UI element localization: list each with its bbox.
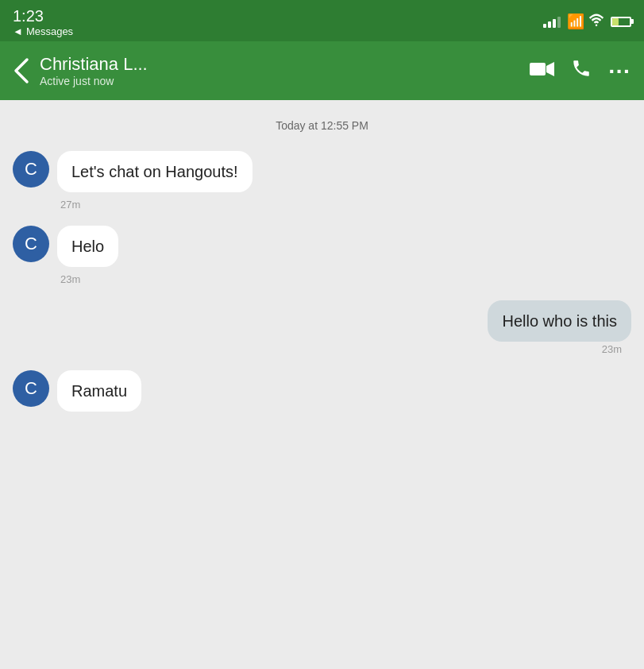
back-arrow-status: ◄ xyxy=(13,25,23,37)
svg-rect-1 xyxy=(530,63,546,75)
bubble-wrapper: Ramatu xyxy=(57,370,141,412)
back-button[interactable] xyxy=(13,56,30,85)
table-row: C Ramatu xyxy=(13,370,631,412)
contact-status: Active just now xyxy=(40,75,530,87)
message-bubble: Helo xyxy=(57,226,118,267)
message-text: Helo xyxy=(71,238,104,255)
contact-info: Christiana L... Active just now xyxy=(40,54,530,87)
bubble-wrapper: Helo xyxy=(57,226,118,267)
bubble-wrapper: Let's chat on Hangouts! xyxy=(57,151,253,192)
avatar: C xyxy=(13,226,49,262)
message-text: Ramatu xyxy=(71,382,127,400)
message-bubble: Ramatu xyxy=(57,370,141,412)
signal-bar-4 xyxy=(557,17,561,28)
message-time: 27m xyxy=(60,199,80,211)
nav-actions: ⋯ xyxy=(530,58,631,84)
signal-icon xyxy=(543,15,561,28)
status-messages-label: ◄ Messages xyxy=(13,25,73,37)
bubble-wrapper: Hello who is this xyxy=(488,300,631,342)
message-group-4: C Ramatu xyxy=(13,370,631,412)
svg-marker-2 xyxy=(546,62,554,76)
status-left: 1:23 ◄ Messages xyxy=(13,6,73,37)
message-text: Hello who is this xyxy=(502,312,617,330)
message-text: Let's chat on Hangouts! xyxy=(71,163,238,180)
nav-bar: Christiana L... Active just now ⋯ xyxy=(0,41,644,100)
chat-timestamp: Today at 12:55 PM xyxy=(13,119,631,132)
table-row: C Let's chat on Hangouts! xyxy=(13,151,631,192)
message-time: 23m xyxy=(60,273,80,285)
status-bar: 1:23 ◄ Messages 📶 xyxy=(0,0,644,41)
chat-area: Today at 12:55 PM C Let's chat on Hangou… xyxy=(0,100,644,669)
message-group-2: C Helo 23m xyxy=(13,226,631,286)
table-row: C Helo xyxy=(13,226,631,267)
signal-bar-1 xyxy=(543,24,546,28)
message-group-1: C Let's chat on Hangouts! 27m xyxy=(13,151,631,211)
message-bubble: Let's chat on Hangouts! xyxy=(57,151,253,192)
message-time: 23m xyxy=(602,343,622,355)
contact-name: Christiana L... xyxy=(40,54,530,75)
message-bubble: Hello who is this xyxy=(488,300,631,342)
battery-icon xyxy=(611,17,631,27)
signal-bar-3 xyxy=(553,19,556,28)
signal-bar-2 xyxy=(548,21,551,28)
messages-label: Messages xyxy=(26,25,73,37)
avatar: C xyxy=(13,370,49,407)
status-time: 1:23 xyxy=(13,6,73,25)
wifi-icon: 📶 xyxy=(567,13,604,30)
phone-call-icon[interactable] xyxy=(571,58,592,83)
video-call-icon[interactable] xyxy=(530,60,555,82)
more-options-icon[interactable]: ⋯ xyxy=(607,58,631,84)
message-group-3: Hello who is this 23m xyxy=(13,300,631,356)
avatar: C xyxy=(13,151,49,188)
status-icons: 📶 xyxy=(543,13,631,30)
battery-fill xyxy=(612,18,619,25)
table-row: Hello who is this xyxy=(488,300,631,342)
svg-point-0 xyxy=(596,24,598,26)
